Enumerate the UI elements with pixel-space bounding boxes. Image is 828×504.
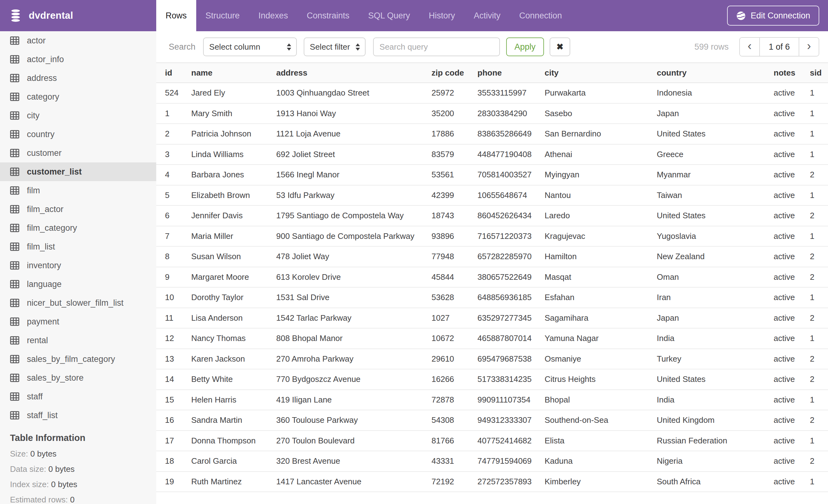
table-row[interactable]: 524Jared Ely1003 Qinhuangdao Street25972…	[156, 83, 828, 103]
cell-notes: active	[774, 226, 810, 247]
search-query-input[interactable]	[373, 38, 500, 56]
sidebar-item-film-list[interactable]: film_list	[0, 237, 156, 256]
cell-sid: 2	[810, 205, 828, 226]
sidebar-item-customer-list[interactable]: customer_list	[0, 163, 156, 181]
sidebar-item-inventory[interactable]: inventory	[0, 256, 156, 275]
cell-id: 16	[156, 410, 191, 430]
tab-indexes[interactable]: Indexes	[249, 0, 297, 31]
cell-zip-code: 35200	[431, 103, 478, 124]
column-header-zip-code[interactable]: zip code	[431, 63, 478, 83]
table-grid-icon	[10, 36, 19, 45]
apply-button[interactable]: Apply	[506, 38, 544, 56]
table-row[interactable]: 13Karen Jackson270 Amroha Parkway2961069…	[156, 349, 828, 369]
sidebar-item-address[interactable]: address	[0, 69, 156, 87]
tab-history[interactable]: History	[419, 0, 464, 31]
sidebar-item-film-actor[interactable]: film_actor	[0, 200, 156, 219]
tab-rows[interactable]: Rows	[156, 0, 196, 31]
tab-activity[interactable]: Activity	[464, 0, 510, 31]
cell-city: Yamuna Nagar	[545, 328, 657, 349]
column-header-sid[interactable]: sid	[810, 63, 828, 83]
sidebar-item-payment[interactable]: payment	[0, 312, 156, 331]
sidebar-item-film[interactable]: film	[0, 181, 156, 200]
cell-zip-code: 81766	[431, 430, 478, 451]
sidebar-item-rental[interactable]: rental	[0, 331, 156, 350]
table-row[interactable]: 15Helen Harris419 Iligan Lane72878990911…	[156, 390, 828, 410]
sidebar-item-country[interactable]: country	[0, 125, 156, 144]
table-row[interactable]: 17Donna Thompson270 Toulon Boulevard8176…	[156, 430, 828, 451]
cell-country: South Africa	[657, 471, 774, 492]
cell-name: Betty White	[191, 369, 276, 390]
column-header-country[interactable]: country	[657, 63, 774, 83]
table-row[interactable]: 12Nancy Thomas808 Bhopal Manor1067246588…	[156, 328, 828, 349]
cell-notes: active	[774, 328, 810, 349]
cell-phone: 747791594069	[478, 451, 545, 471]
cell-city: Sagamihara	[545, 308, 657, 328]
table-row[interactable]: 8Susan Wilson478 Joliet Way7794865728228…	[156, 246, 828, 267]
tab-constraints[interactable]: Constraints	[297, 0, 359, 31]
sidebar-item-actor[interactable]: actor	[0, 31, 156, 50]
table-row[interactable]: 14Betty White770 Bydgoszcz Avenue1626651…	[156, 369, 828, 390]
cell-name: Susan Wilson	[191, 246, 276, 267]
cell-notes: active	[774, 103, 810, 124]
column-select[interactable]: Select column	[203, 38, 297, 56]
column-header-phone[interactable]: phone	[478, 63, 545, 83]
cell-sid: 2	[810, 267, 828, 288]
table-grid-icon	[10, 224, 19, 232]
cell-phone: 990911107354	[478, 390, 545, 410]
table-name-label: rental	[27, 336, 48, 346]
sidebar-item-city[interactable]: city	[0, 106, 156, 125]
cell-address: 320 Brest Avenue	[276, 451, 431, 471]
table-row[interactable]: 4Barbara Jones1566 Inegl Manor5356170581…	[156, 165, 828, 185]
table-row[interactable]: 11Lisa Anderson1542 Tarlac Parkway102763…	[156, 308, 828, 328]
table-row[interactable]: 9Margaret Moore613 Korolev Drive45844380…	[156, 267, 828, 288]
table-row[interactable]: 1Mary Smith1913 Hanoi Way352002830338429…	[156, 103, 828, 124]
sidebar-item-nicer-but-slower-film-list[interactable]: nicer_but_slower_film_list	[0, 293, 156, 312]
table-row[interactable]: 19Ruth Martinez1417 Lancaster Avenue7219…	[156, 471, 828, 492]
cell-address: 478 Joliet Way	[276, 246, 431, 267]
cell-zip-code: 77948	[431, 246, 478, 267]
cell-id: 18	[156, 451, 191, 471]
sidebar-item-sales-by-film-category[interactable]: sales_by_film_category	[0, 350, 156, 368]
table-row[interactable]: 10Dorothy Taylor1531 Sal Drive5362864885…	[156, 287, 828, 308]
sidebar-item-film-category[interactable]: film_category	[0, 219, 156, 237]
prev-page-button[interactable]: ‹	[740, 38, 759, 56]
sidebar-item-staff[interactable]: staff	[0, 387, 156, 406]
table-row[interactable]: 3Linda Williams692 Joliet Street83579448…	[156, 144, 828, 165]
tab-connection[interactable]: Connection	[510, 0, 572, 31]
cell-phone: 10655648674	[478, 185, 545, 206]
column-header-id[interactable]: id	[156, 63, 191, 83]
cell-address: 1913 Hanoi Way	[276, 103, 431, 124]
sidebar-item-customer[interactable]: customer	[0, 144, 156, 163]
cell-zip-code: 72878	[431, 390, 478, 410]
info-estimated-rows-: Estimated rows: 0	[10, 495, 156, 504]
cell-id: 12	[156, 328, 191, 349]
sidebar-item-category[interactable]: category	[0, 87, 156, 106]
cell-zip-code: 43331	[431, 451, 478, 471]
sidebar-item-actor-info[interactable]: actor_info	[0, 50, 156, 69]
cell-id: 17	[156, 430, 191, 451]
cell-address: 613 Korolev Drive	[276, 267, 431, 288]
table-row[interactable]: 5Elizabeth Brown53 Idfu Parkway423991065…	[156, 185, 828, 206]
table-row[interactable]: 18Carol Garcia320 Brest Avenue4333174779…	[156, 451, 828, 471]
column-header-address[interactable]: address	[276, 63, 431, 83]
table-grid-icon	[10, 167, 19, 176]
database-icon	[10, 9, 21, 22]
tab-structure[interactable]: Structure	[196, 0, 249, 31]
column-header-notes[interactable]: notes	[774, 63, 810, 83]
tab-sql-query[interactable]: SQL Query	[359, 0, 419, 31]
next-page-button[interactable]: ›	[799, 38, 819, 56]
table-row[interactable]: 7Maria Miller900 Santiago de Compostela …	[156, 226, 828, 247]
table-row[interactable]: 6Jennifer Davis1795 Santiago de Composte…	[156, 205, 828, 226]
table-row[interactable]: 2Patricia Johnson1121 Loja Avenue1788683…	[156, 124, 828, 144]
select-arrows-icon	[356, 43, 360, 51]
sidebar-item-staff-list[interactable]: staff_list	[0, 406, 156, 425]
column-header-city[interactable]: city	[545, 63, 657, 83]
column-header-name[interactable]: name	[191, 63, 276, 83]
cell-city: Laredo	[545, 205, 657, 226]
clear-search-button[interactable]: ✖	[550, 38, 570, 56]
edit-connection-button[interactable]: Edit Connection	[727, 6, 819, 26]
filter-select[interactable]: Select filter	[304, 38, 366, 56]
table-row[interactable]: 16Sandra Martin360 Toulouse Parkway54308…	[156, 410, 828, 430]
sidebar-item-sales-by-store[interactable]: sales_by_store	[0, 368, 156, 387]
sidebar-item-language[interactable]: language	[0, 275, 156, 293]
